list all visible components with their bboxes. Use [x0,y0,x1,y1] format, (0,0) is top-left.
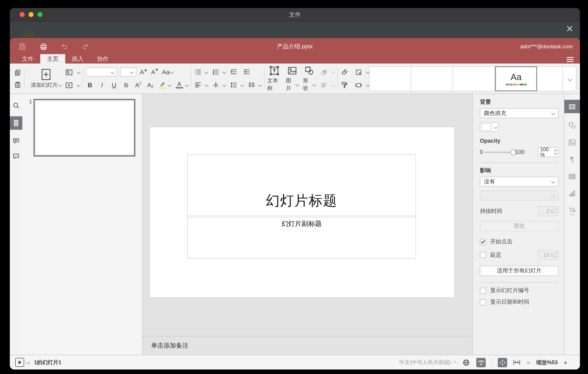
insert-shape-button[interactable]: 形状 [303,65,315,92]
set-language-button[interactable] [462,358,471,367]
chevron-down-icon[interactable] [185,83,189,87]
chevron-down-icon[interactable] [205,83,209,87]
print-button[interactable] [39,42,48,51]
tab-file[interactable]: 文件 [15,54,40,64]
subtitle-placeholder[interactable]: 幻灯片副标题 [187,217,416,259]
delay-checkbox[interactable] [480,252,486,258]
clear-style-button[interactable] [340,67,348,77]
tab-home[interactable]: 主页 [40,54,65,64]
table-settings-button[interactable] [568,171,576,181]
font-name-select[interactable] [86,67,117,77]
effect-select[interactable]: 没有 [480,177,558,187]
slide-thumbnail[interactable] [33,99,135,157]
slide-settings-button[interactable] [564,100,580,113]
subscript-button[interactable]: A2 [146,80,154,90]
numbered-list-button[interactable] [212,67,220,77]
increase-font-button[interactable]: A [140,67,148,77]
show-slide-number-checkbox[interactable] [480,287,486,294]
slides-panel-button[interactable] [10,116,22,130]
italic-button[interactable]: I [98,80,106,90]
font-color-button[interactable]: A [175,80,183,90]
columns-button[interactable] [248,80,256,90]
textart-settings-button[interactable]: Ta [569,205,576,215]
zoom-in-button[interactable]: + [563,359,567,366]
opacity-slider[interactable] [485,152,513,153]
paste-button[interactable] [13,80,21,89]
horizontal-align-button[interactable] [194,80,202,90]
increase-indent-button[interactable] [243,67,251,77]
title-placeholder[interactable]: 幻灯片标题 [187,154,416,216]
opacity-spinner[interactable]: 100 % [538,147,558,157]
theme-gallery-expand-button[interactable] [563,66,576,91]
apply-to-all-button[interactable]: 适用于所有幻灯片 [480,266,558,276]
slide-canvas[interactable]: 幻灯片标题 幻灯片副标题 [143,94,472,336]
strikeout-button[interactable]: S [122,80,130,90]
theme-item[interactable] [453,66,495,91]
theme-item[interactable] [369,66,411,91]
chevron-down-icon[interactable] [332,70,335,74]
fill-color-picker[interactable] [480,122,499,132]
copy-style-button[interactable] [340,80,348,90]
tab-collaboration[interactable]: 协作 [90,54,115,64]
start-on-click-checkbox[interactable] [480,239,486,245]
opacity-slider-knob[interactable] [510,149,516,155]
search-button[interactable] [12,101,20,110]
close-button[interactable] [565,24,575,33]
decrease-font-button[interactable]: A [151,67,159,77]
spellcheck-button[interactable]: ABC [476,358,486,367]
effect-type-select[interactable] [480,191,558,200]
underline-button[interactable]: U [110,80,118,90]
hamburger-menu-button[interactable] [567,57,574,62]
theme-item[interactable] [537,66,563,91]
decrease-indent-button[interactable] [230,67,238,77]
highlight-color-button[interactable] [158,80,167,90]
undo-button[interactable] [60,42,69,51]
chevron-down-icon[interactable] [26,361,30,364]
shape-settings-button[interactable] [568,120,576,130]
change-case-button[interactable]: Aa [162,67,173,77]
theme-item-selected[interactable]: Aa [495,66,537,91]
zoom-out-button[interactable]: − [526,359,531,366]
chevron-down-icon[interactable] [168,83,172,87]
notes-area[interactable]: 单击添加备注 [143,336,472,355]
preview-button[interactable]: 预览 [480,221,558,231]
align-shape-button[interactable] [320,80,328,90]
chart-settings-button[interactable] [568,188,576,198]
fit-width-button[interactable] [513,359,521,365]
tab-insert[interactable]: 插入 [65,54,90,64]
redo-button[interactable] [81,42,90,51]
chevron-down-icon[interactable] [77,70,81,74]
arrange-shape-button[interactable] [320,67,328,77]
chevron-down-icon[interactable] [205,70,209,74]
chevron-down-icon[interactable] [222,83,226,87]
line-spacing-button[interactable] [230,80,238,90]
start-slideshow-button[interactable] [65,80,74,90]
duration-spinner[interactable]: 2 s [538,206,558,216]
image-settings-button[interactable] [568,137,576,147]
bullet-list-button[interactable] [194,67,202,77]
font-size-select[interactable] [120,67,136,77]
slide-size-button[interactable] [354,80,362,90]
save-button[interactable] [18,42,27,51]
vertical-align-button[interactable] [212,80,220,90]
slide[interactable]: 幻灯片标题 幻灯片副标题 [149,127,455,298]
delay-spinner[interactable]: 10 s [538,250,558,260]
chevron-down-icon[interactable] [222,70,226,74]
show-datetime-checkbox[interactable] [480,299,486,305]
theme-item[interactable] [411,66,453,91]
slide-layout-button[interactable] [65,67,74,77]
chevron-down-icon[interactable] [240,83,244,87]
chevron-down-icon[interactable] [77,83,81,87]
comments-button[interactable] [12,137,20,145]
copy-button[interactable] [13,67,21,77]
bold-button[interactable]: B [86,80,94,90]
start-preview-button[interactable] [15,358,24,367]
chat-button[interactable] [12,152,20,160]
color-scheme-button[interactable] [354,67,362,77]
fill-color-dropdown[interactable] [492,122,498,132]
language-select[interactable]: 中文(中华人民共和国) [399,359,456,366]
chevron-down-icon[interactable] [258,83,262,87]
add-slide-button[interactable]: 添加幻灯片 [27,68,65,89]
insert-image-button[interactable]: 图片 [286,65,298,92]
chevron-down-icon[interactable] [332,83,335,87]
